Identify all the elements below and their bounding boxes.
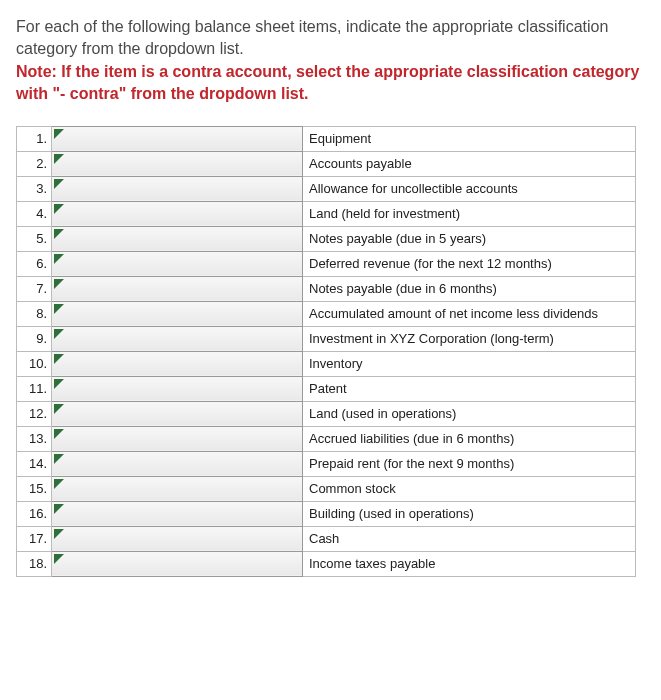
table-row: 18. Income taxes payable (17, 551, 636, 576)
table-row: 11. Patent (17, 376, 636, 401)
table-row: 8. Accumulated amount of net income less… (17, 301, 636, 326)
item-description: Cash (303, 526, 636, 551)
instructions-block: For each of the following balance sheet … (16, 16, 645, 106)
classification-dropdown[interactable] (52, 201, 303, 226)
dropdown-indicator-icon (54, 204, 64, 214)
item-description: Allowance for uncollectible accounts (303, 176, 636, 201)
table-row: 3. Allowance for uncollectible accounts (17, 176, 636, 201)
classification-dropdown[interactable] (52, 551, 303, 576)
row-number: 7. (17, 276, 52, 301)
dropdown-indicator-icon (54, 154, 64, 164)
item-description: Land (held for investment) (303, 201, 636, 226)
classification-dropdown[interactable] (52, 276, 303, 301)
table-row: 15. Common stock (17, 476, 636, 501)
row-number: 2. (17, 151, 52, 176)
classification-dropdown[interactable] (52, 326, 303, 351)
classification-dropdown[interactable] (52, 176, 303, 201)
table-row: 13. Accrued liabilities (due in 6 months… (17, 426, 636, 451)
item-description: Notes payable (due in 5 years) (303, 226, 636, 251)
table-row: 16. Building (used in operations) (17, 501, 636, 526)
item-description: Notes payable (due in 6 months) (303, 276, 636, 301)
item-description: Accounts payable (303, 151, 636, 176)
table-row: 12. Land (used in operations) (17, 401, 636, 426)
row-number: 9. (17, 326, 52, 351)
classification-table: 1. Equipment 2. Accounts payable 3. Allo… (16, 126, 636, 577)
row-number: 1. (17, 126, 52, 151)
classification-dropdown[interactable] (52, 501, 303, 526)
row-number: 12. (17, 401, 52, 426)
table-row: 6. Deferred revenue (for the next 12 mon… (17, 251, 636, 276)
dropdown-indicator-icon (54, 229, 64, 239)
item-description: Patent (303, 376, 636, 401)
table-row: 2. Accounts payable (17, 151, 636, 176)
item-description: Common stock (303, 476, 636, 501)
row-number: 3. (17, 176, 52, 201)
item-description: Investment in XYZ Corporation (long-term… (303, 326, 636, 351)
row-number: 13. (17, 426, 52, 451)
row-number: 14. (17, 451, 52, 476)
dropdown-indicator-icon (54, 379, 64, 389)
dropdown-indicator-icon (54, 404, 64, 414)
classification-dropdown[interactable] (52, 126, 303, 151)
dropdown-indicator-icon (54, 504, 64, 514)
row-number: 5. (17, 226, 52, 251)
classification-dropdown[interactable] (52, 526, 303, 551)
dropdown-indicator-icon (54, 329, 64, 339)
table-row: 9. Investment in XYZ Corporation (long-t… (17, 326, 636, 351)
item-description: Prepaid rent (for the next 9 months) (303, 451, 636, 476)
row-number: 10. (17, 351, 52, 376)
item-description: Equipment (303, 126, 636, 151)
classification-dropdown[interactable] (52, 251, 303, 276)
item-description: Inventory (303, 351, 636, 376)
classification-dropdown[interactable] (52, 401, 303, 426)
dropdown-indicator-icon (54, 304, 64, 314)
row-number: 17. (17, 526, 52, 551)
table-row: 1. Equipment (17, 126, 636, 151)
classification-dropdown[interactable] (52, 301, 303, 326)
classification-dropdown[interactable] (52, 451, 303, 476)
table-row: 5. Notes payable (due in 5 years) (17, 226, 636, 251)
dropdown-indicator-icon (54, 354, 64, 364)
table-row: 4. Land (held for investment) (17, 201, 636, 226)
item-description: Accrued liabilities (due in 6 months) (303, 426, 636, 451)
classification-dropdown[interactable] (52, 351, 303, 376)
row-number: 11. (17, 376, 52, 401)
dropdown-indicator-icon (54, 279, 64, 289)
row-number: 4. (17, 201, 52, 226)
item-description: Land (used in operations) (303, 401, 636, 426)
table-row: 17. Cash (17, 526, 636, 551)
classification-dropdown[interactable] (52, 226, 303, 251)
row-number: 8. (17, 301, 52, 326)
dropdown-indicator-icon (54, 179, 64, 189)
dropdown-indicator-icon (54, 529, 64, 539)
item-description: Income taxes payable (303, 551, 636, 576)
table-row: 7. Notes payable (due in 6 months) (17, 276, 636, 301)
dropdown-indicator-icon (54, 429, 64, 439)
classification-dropdown[interactable] (52, 376, 303, 401)
row-number: 15. (17, 476, 52, 501)
row-number: 16. (17, 501, 52, 526)
instructions-text: For each of the following balance sheet … (16, 18, 608, 57)
dropdown-indicator-icon (54, 129, 64, 139)
classification-dropdown[interactable] (52, 151, 303, 176)
item-description: Building (used in operations) (303, 501, 636, 526)
dropdown-indicator-icon (54, 554, 64, 564)
classification-dropdown[interactable] (52, 476, 303, 501)
item-description: Deferred revenue (for the next 12 months… (303, 251, 636, 276)
dropdown-indicator-icon (54, 254, 64, 264)
dropdown-indicator-icon (54, 479, 64, 489)
dropdown-indicator-icon (54, 454, 64, 464)
classification-dropdown[interactable] (52, 426, 303, 451)
row-number: 6. (17, 251, 52, 276)
table-row: 10. Inventory (17, 351, 636, 376)
row-number: 18. (17, 551, 52, 576)
item-description: Accumulated amount of net income less di… (303, 301, 636, 326)
table-row: 14. Prepaid rent (for the next 9 months) (17, 451, 636, 476)
instructions-note: Note: If the item is a contra account, s… (16, 63, 639, 102)
